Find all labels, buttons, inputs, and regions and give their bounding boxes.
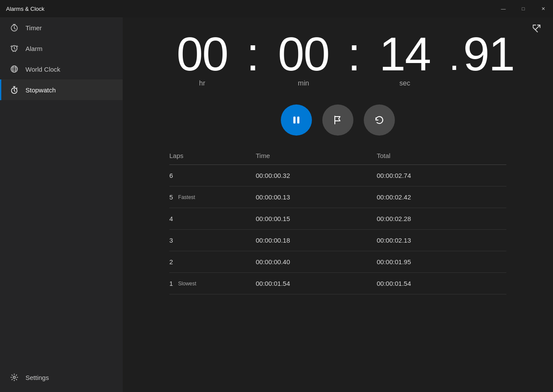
minimize-button[interactable]: — (493, 0, 513, 17)
settings-icon (10, 373, 19, 382)
table-row: 6 00:00:00.32 00:00:02.74 (169, 165, 506, 187)
sidebar-item-settings[interactable]: Settings (0, 367, 123, 388)
stopwatch-display: 00 hr : 00 min : 14 sec . 91 ms (159, 30, 517, 87)
laps-container: Laps Time Total 6 00:00:00.32 00:00:02.7… (169, 149, 506, 294)
timer-icon (10, 23, 19, 32)
lap-button[interactable] (322, 104, 353, 136)
lap-total: 00:00:02.28 (377, 215, 498, 222)
hours-part: 00 hr (159, 30, 245, 87)
lap-number: 1 Slowest (169, 280, 256, 287)
app-title: Alarms & Clock (6, 6, 44, 12)
minutes-part: 00 min (260, 30, 346, 87)
lap-time: 00:00:00.32 (256, 172, 377, 179)
minutes-label: min (298, 79, 309, 87)
lap-number: 3 (169, 237, 256, 244)
col-total: Total (377, 152, 498, 159)
lap-number: 5 Fastest (169, 193, 256, 201)
sidebar-item-alarm[interactable]: Alarm (0, 38, 123, 59)
pause-button[interactable] (281, 104, 312, 136)
titlebar: Alarms & Clock — □ ✕ (0, 0, 553, 17)
sidebar-bottom: Settings (0, 367, 123, 392)
seconds-label: sec (400, 79, 410, 87)
table-row: 2 00:00:00.40 00:00:01.95 (169, 251, 506, 273)
sidebar: Timer Alarm World Clock (0, 0, 123, 392)
sidebar-item-stopwatch[interactable]: Stopwatch (0, 79, 123, 100)
hours-display: 00 (159, 30, 245, 78)
svg-rect-7 (297, 117, 299, 123)
lap-total: 00:00:02.74 (377, 172, 498, 179)
controls (281, 104, 395, 136)
svg-rect-6 (293, 117, 296, 123)
lap-time: 00:00:00.15 (256, 215, 377, 222)
lap-time: 00:00:00.40 (256, 258, 377, 266)
sidebar-item-timer[interactable]: Timer (0, 17, 123, 38)
col-time: Time (256, 152, 377, 159)
millis-part: 91 ms (461, 30, 517, 87)
main-content: 00 hr : 00 min : 14 sec . 91 ms (123, 0, 553, 392)
lap-time: 00:00:00.13 (256, 193, 377, 201)
lap-total: 00:00:02.42 (377, 193, 498, 201)
sidebar-item-label: Stopwatch (25, 86, 56, 94)
alarm-icon (10, 44, 19, 53)
col-laps: Laps (169, 152, 256, 159)
table-row: 5 Fastest 00:00:00.13 00:00:02.42 (169, 187, 506, 208)
sidebar-item-label: World Clock (25, 66, 60, 73)
svg-point-5 (13, 376, 16, 379)
world-clock-icon (10, 65, 19, 73)
seconds-part: 14 sec (362, 30, 448, 87)
lap-number: 4 (169, 215, 256, 222)
close-button[interactable]: ✕ (533, 0, 553, 17)
expand-button[interactable] (529, 21, 544, 36)
sidebar-item-label: Timer (25, 24, 42, 32)
separator-dot: . (448, 37, 461, 76)
seconds-display: 14 (362, 30, 448, 78)
window-controls: — □ ✕ (493, 0, 553, 17)
lap-total: 00:00:01.95 (377, 258, 498, 266)
time-row: 00 hr : 00 min : 14 sec . 91 ms (159, 30, 517, 87)
lap-number: 2 (169, 258, 256, 266)
lap-total: 00:00:01.54 (377, 280, 498, 287)
sidebar-item-label: Settings (25, 374, 49, 381)
maximize-button[interactable]: □ (513, 0, 533, 17)
millis-display: 91 (461, 30, 517, 78)
lap-time: 00:00:00.18 (256, 237, 377, 244)
lap-badge: Fastest (178, 194, 195, 200)
lap-badge: Slowest (178, 281, 196, 287)
separator-2: : (346, 30, 362, 78)
hours-label: hr (199, 79, 205, 87)
table-row: 4 00:00:00.15 00:00:02.28 (169, 208, 506, 230)
laps-body: 6 00:00:00.32 00:00:02.74 5 Fastest 00:0… (169, 165, 506, 294)
lap-total: 00:00:02.13 (377, 237, 498, 244)
reset-button[interactable] (364, 104, 395, 136)
lap-number: 6 (169, 172, 256, 179)
laps-header: Laps Time Total (169, 149, 506, 165)
sidebar-item-label: Alarm (25, 45, 42, 52)
table-row: 3 00:00:00.18 00:00:02.13 (169, 230, 506, 251)
lap-time: 00:00:01.54 (256, 280, 377, 287)
minutes-display: 00 (260, 30, 346, 78)
table-row: 1 Slowest 00:00:01.54 00:00:01.54 (169, 273, 506, 294)
sidebar-item-world-clock[interactable]: World Clock (0, 59, 123, 79)
separator-1: : (245, 30, 261, 78)
stopwatch-icon (10, 85, 19, 94)
